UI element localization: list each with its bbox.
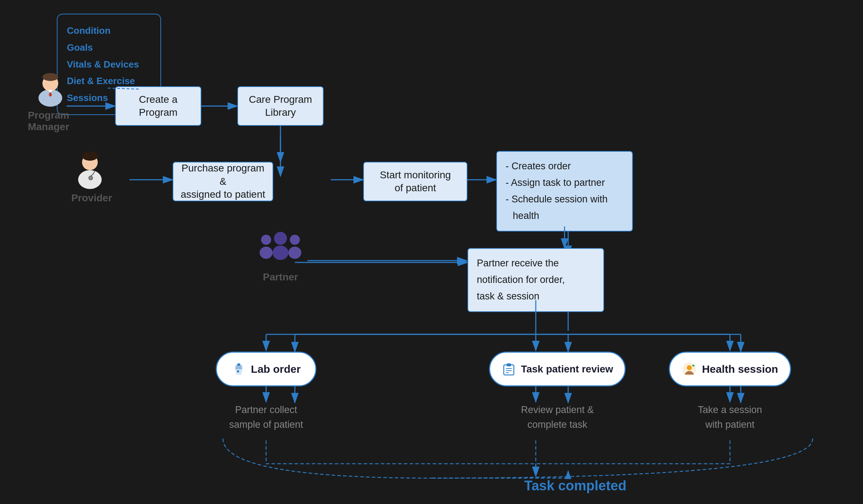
program-manager-icon: [22, 68, 79, 109]
svg-point-27: [82, 151, 98, 161]
provider-icon: [61, 147, 119, 192]
lab-order-label: Lab order: [251, 363, 301, 375]
condition-item-1: Condition: [67, 22, 151, 39]
flask-icon: [232, 362, 246, 376]
creates-order-item3: - Schedule session with: [506, 191, 624, 208]
take-session-label: Take a sessionwith patient: [669, 403, 791, 432]
creates-order-item4: health: [506, 208, 624, 224]
provider-label: Provider: [68, 192, 115, 204]
condition-item-2: Goals: [67, 39, 151, 56]
svg-point-32: [260, 247, 273, 259]
partner-label: Partner: [252, 271, 309, 283]
start-monitoring-box: Start monitoringof patient: [363, 162, 467, 201]
creates-order-item1: - Creates order: [506, 158, 624, 175]
health-session-label: Health session: [702, 363, 778, 375]
task-completed-label: Task completed: [514, 478, 636, 494]
svg-point-29: [274, 232, 287, 245]
health-session-box: Health session: [669, 352, 791, 386]
diagram-canvas: Condition Goals Vitals & Devices Diet & …: [0, 0, 863, 504]
partner-icon: [245, 226, 316, 267]
creates-order-item2: - Assign task to partner: [506, 175, 624, 191]
svg-rect-40: [507, 363, 511, 366]
svg-point-38: [237, 370, 239, 372]
partner-notification-text: Partner receive thenotification for orde…: [477, 255, 595, 305]
clipboard-icon: [502, 362, 516, 376]
svg-point-34: [288, 247, 301, 259]
partner-collect-label: Partner collectsample of patient: [216, 403, 316, 432]
task-patient-review-box: Task patient review: [489, 352, 626, 386]
svg-point-45: [687, 365, 692, 370]
svg-point-33: [290, 235, 300, 245]
svg-point-30: [273, 246, 288, 260]
partner-notification-box: Partner receive thenotification for orde…: [467, 248, 604, 312]
health-icon: [682, 362, 697, 377]
creates-order-box: - Creates order - Assign task to partner…: [496, 151, 633, 232]
care-program-library-box: Care ProgramLibrary: [237, 86, 324, 126]
purchase-program-box: Purchase program &assigned to patient: [173, 162, 273, 201]
review-patient-label: Review patient &complete task: [489, 403, 626, 432]
svg-point-31: [261, 235, 271, 245]
svg-point-22: [42, 73, 58, 81]
svg-rect-39: [504, 365, 514, 375]
create-program-box: Create a Program: [115, 86, 201, 126]
task-patient-review-label: Task patient review: [521, 363, 613, 375]
program-manager-label: Program Manager: [14, 110, 83, 133]
lab-order-box: Lab order: [216, 352, 316, 386]
condition-item-3: Vitals & Devices: [67, 56, 151, 73]
svg-rect-37: [237, 363, 240, 366]
svg-point-28: [89, 176, 93, 180]
